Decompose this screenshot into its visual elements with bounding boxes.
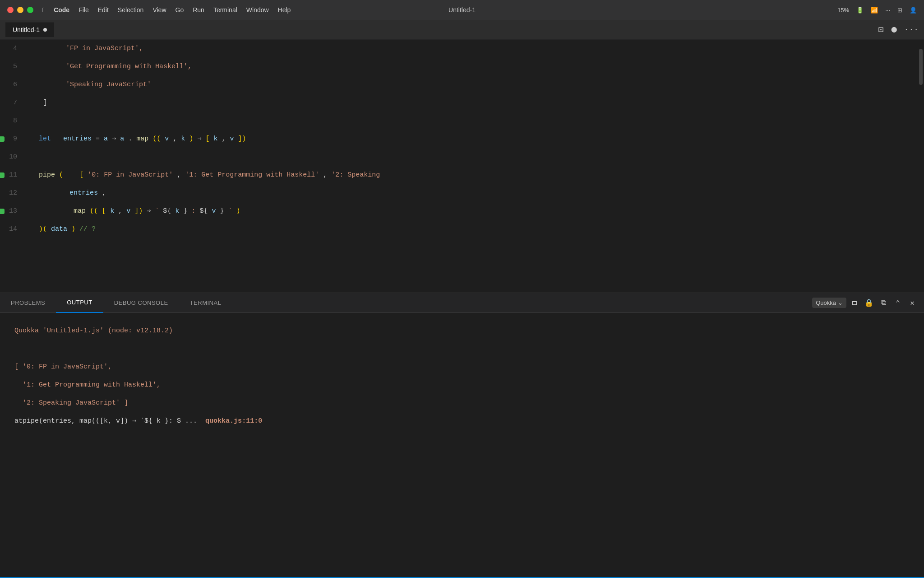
scrollbar-thumb[interactable]: [919, 49, 923, 85]
token-13-k2: k: [175, 207, 179, 215]
output-line-1: [ '0: FP in JavaScript',: [14, 358, 910, 376]
circle-icon: ⬤: [891, 26, 897, 33]
wifi-icon: 📶: [871, 7, 878, 14]
token-9-sp1: [55, 135, 59, 143]
system-info: 15% 🔋 📶 ··· ⊞ 👤: [837, 7, 917, 14]
token-11-b2: [: [79, 171, 83, 179]
token-9-entries: entries: [63, 135, 92, 143]
control-center[interactable]: ⊞: [897, 7, 902, 14]
menu-terminal[interactable]: Terminal: [213, 6, 237, 14]
token-9-dot: .: [128, 135, 132, 143]
tab-terminal[interactable]: TERMINAL: [179, 293, 232, 313]
user-icon[interactable]: 👤: [910, 7, 917, 14]
code-editor[interactable]: 'FP in JavaScript', 'Get Programming wit…: [32, 40, 918, 293]
menu-help[interactable]: Help: [278, 6, 291, 14]
token-11-b1: (: [59, 171, 63, 179]
token-13-indent: [39, 207, 69, 215]
output-str-3: '2: Speaking JavaScript': [14, 396, 120, 410]
token-13-b3: ]): [134, 207, 143, 215]
menu-view[interactable]: View: [152, 6, 166, 14]
token-4-1: 'FP in JavaScript',: [35, 40, 143, 58]
menu-file[interactable]: File: [79, 6, 89, 14]
collapse-icon[interactable]: ⌃: [892, 297, 904, 309]
output-bracket-close: ]: [120, 396, 128, 410]
close-panel-icon[interactable]: ✕: [906, 297, 919, 309]
token-13-b1: ((: [90, 207, 98, 215]
code-line-13: map (( [ k , v ]) ⇒ ` ${ k } : ${ v } ` …: [35, 202, 918, 220]
editor-scrollbar[interactable]: [918, 40, 924, 293]
lock-icon[interactable]: 🔒: [863, 297, 875, 309]
tab-output-label: OUTPUT: [67, 299, 92, 306]
tab-problems-label: PROBLEMS: [11, 299, 45, 306]
panel-content: Quokka 'Untitled-1.js' (node: v12.18.2) …: [0, 313, 924, 577]
token-12-entries: entries: [39, 189, 98, 197]
token-13-k: k: [110, 207, 114, 215]
token-9-b2: ): [189, 135, 193, 143]
apple-menu[interactable]: : [42, 6, 45, 14]
tab-problems[interactable]: PROBLEMS: [0, 293, 56, 313]
panel-tabs: PROBLEMS OUTPUT DEBUG CONSOLE TERMINAL Q…: [0, 293, 924, 313]
output-str-1: '0: FP in JavaScript',: [18, 360, 112, 374]
clock: ···: [885, 7, 890, 14]
output-str-2: '1: Get Programming with Haskell',: [14, 378, 161, 392]
chevron-down-icon: ⌄: [838, 299, 843, 306]
traffic-lights: [7, 7, 33, 13]
code-line-14: )( data ) // ?: [35, 220, 918, 238]
token-13-backtick: `: [228, 207, 232, 215]
editor-area: 4 5 6 7 8 9 10 11 12 13 14 'FP in JavaSc…: [0, 40, 924, 293]
code-line-4: 'FP in JavaScript',: [35, 40, 918, 58]
line-num-10: 10: [0, 148, 24, 166]
line-num-11: 11: [0, 166, 24, 184]
token-13-arr: ⇒: [147, 207, 155, 215]
output-blank: [14, 347, 910, 358]
token-11-s1: '0: FP in JavaScript': [88, 171, 173, 179]
token-9-map: map: [136, 135, 148, 143]
token-13-closeparen: ): [236, 207, 240, 215]
token-13-v2: v: [212, 207, 216, 215]
battery-icon: 🔋: [856, 7, 864, 14]
token-14-data: data: [51, 225, 67, 233]
battery-percent: 15%: [837, 7, 849, 14]
line-num-14: 14: [0, 220, 24, 238]
menu-run[interactable]: Run: [193, 6, 204, 14]
token-11-s3: '2: Speaking: [331, 171, 380, 179]
menu-go[interactable]: Go: [176, 6, 184, 14]
more-actions-icon[interactable]: ···: [904, 25, 919, 34]
quokka-header: Quokka 'Untitled-1.js' (node: v12.18.2): [14, 322, 910, 340]
token-9-b3: [: [205, 135, 209, 143]
token-6-1: 'Speaking JavaScript': [35, 76, 151, 94]
tab-label: Untitled-1: [13, 26, 40, 33]
token-13-map: map: [74, 207, 86, 215]
menu-selection[interactable]: Selection: [118, 6, 144, 14]
output-quokka-ref: quokka.js:11:0: [197, 414, 262, 429]
window-title: Untitled-1: [448, 6, 476, 14]
output-bracket-open: [: [14, 360, 18, 374]
line-num-9: 9: [0, 130, 24, 148]
close-button[interactable]: [7, 7, 14, 13]
code-line-8: [35, 112, 918, 130]
output-source-dropdown[interactable]: Quokka ⌄: [812, 298, 846, 308]
editor-tab-untitled[interactable]: Untitled-1: [5, 22, 54, 37]
clear-output-icon[interactable]: [848, 297, 861, 309]
copy-icon[interactable]: ⧉: [877, 297, 890, 309]
dropdown-label: Quokka: [816, 299, 836, 306]
tab-output[interactable]: OUTPUT: [56, 293, 103, 313]
token-12-comma: ,: [102, 189, 106, 197]
line-num-8: 8: [0, 112, 24, 130]
output-at: at: [14, 414, 23, 429]
tab-terminal-label: TERMINAL: [190, 299, 222, 306]
menu-code[interactable]: Code: [54, 6, 69, 14]
split-editor-icon[interactable]: ⊡: [878, 24, 884, 35]
minimize-button[interactable]: [17, 7, 23, 13]
tab-debug-label: DEBUG CONSOLE: [114, 299, 168, 306]
tab-modified-indicator: [43, 28, 47, 32]
code-line-5: 'Get Programming with Haskell',: [35, 58, 918, 76]
output-pipe-call: pipe(entries, map(([k, v]) ⇒ `${ k }: $ …: [23, 414, 197, 429]
menu-window[interactable]: Window: [246, 6, 269, 14]
maximize-button[interactable]: [27, 7, 33, 13]
menu-edit[interactable]: Edit: [98, 6, 109, 14]
line-num-12: 12: [0, 184, 24, 202]
token-9-k: k: [181, 135, 185, 143]
tab-debug-console[interactable]: DEBUG CONSOLE: [103, 293, 179, 313]
code-line-9: let entries = a ⇒ a . map (( v , k ) ⇒ […: [35, 130, 918, 148]
